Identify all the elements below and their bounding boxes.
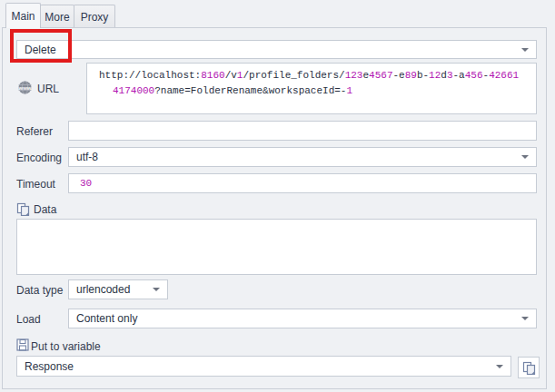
data-label: Data (34, 203, 56, 216)
chevron-down-icon (521, 48, 529, 52)
timeout-input[interactable]: 30 (68, 173, 537, 193)
chevron-down-icon (496, 365, 503, 368)
encoding-dropdown-value: utf-8 (76, 151, 98, 163)
tab-proxy[interactable]: Proxy (74, 5, 115, 28)
tab-main[interactable]: Main (5, 3, 41, 28)
load-dropdown-value: Content only (76, 312, 137, 325)
timeout-label: Timeout (16, 178, 55, 191)
load-dropdown[interactable]: Content only (68, 309, 537, 328)
put-to-variable-label: Put to variable (31, 340, 101, 353)
chevron-down-icon (521, 317, 529, 320)
floppy-disk-icon (16, 338, 29, 351)
copy-pages-icon (16, 202, 30, 216)
url-value-line2: 4174000?name=FolderRename&workspaceId=-1 (99, 83, 529, 99)
tab-more-label: More (45, 11, 69, 24)
tab-main-label: Main (11, 10, 35, 23)
copy-variable-button[interactable] (518, 357, 540, 378)
tab-more[interactable]: More (40, 5, 74, 28)
www-globe-icon: www (16, 81, 34, 94)
tab-proxy-label: Proxy (81, 11, 109, 24)
data-type-label: Data type (16, 284, 63, 297)
method-dropdown[interactable]: Delete (16, 40, 537, 59)
svg-text:www: www (17, 85, 31, 91)
url-input[interactable]: http://localhost:8160/v1/profile_folders… (86, 63, 537, 114)
load-label: Load (16, 313, 41, 326)
encoding-label: Encoding (16, 152, 62, 164)
method-dropdown-value: Delete (25, 44, 56, 56)
data-type-dropdown-value: urlencoded (76, 283, 130, 296)
data-type-dropdown[interactable]: urlencoded (68, 279, 168, 299)
url-value-line1: http://localhost:8160/v1/profile_folders… (99, 68, 529, 83)
encoding-dropdown[interactable]: utf-8 (68, 147, 537, 167)
chevron-down-icon (521, 155, 529, 159)
put-to-variable-value: Response (25, 360, 74, 373)
data-textarea[interactable] (16, 219, 537, 275)
referer-label: Referer (16, 125, 53, 138)
put-to-variable-dropdown[interactable]: Response (16, 356, 511, 377)
copy-pages-icon (522, 361, 536, 375)
referer-input[interactable] (68, 121, 537, 141)
timeout-value: 30 (80, 178, 92, 189)
url-label: URL (37, 83, 59, 95)
chevron-down-icon (153, 288, 160, 291)
